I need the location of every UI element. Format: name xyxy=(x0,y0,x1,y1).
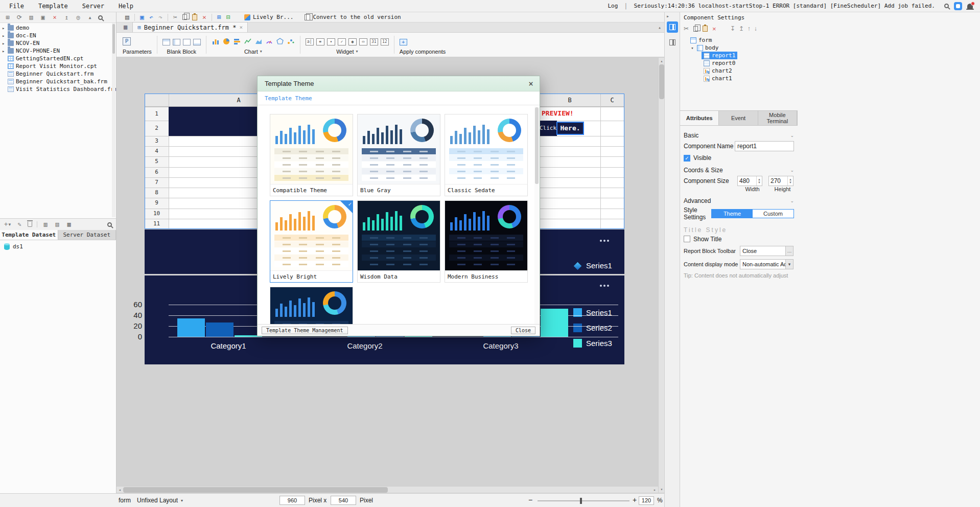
canvas-height-input[interactable]: 540 xyxy=(331,496,356,505)
tree-item[interactable]: ▸doc-EN xyxy=(0,32,116,39)
column-chart-icon[interactable] xyxy=(212,37,220,45)
line-chart-icon[interactable] xyxy=(244,37,252,45)
tab-mobile-terminal[interactable]: Mobile Terminal xyxy=(758,111,797,125)
component-name-input[interactable]: report1 xyxy=(735,141,794,151)
canvas-width-input[interactable]: 960 xyxy=(279,496,305,505)
legend-item[interactable]: Series3 xyxy=(573,339,612,348)
display-mode-dropdown[interactable]: Non-automatic Adj... xyxy=(740,259,786,269)
chart2-tree-node[interactable]: chart2 xyxy=(680,67,980,75)
report1-tree-node[interactable]: report1 xyxy=(680,52,980,59)
cut-icon[interactable]: ✂ xyxy=(684,25,689,32)
tree-item[interactable]: ▸NCOV-PHONE-EN xyxy=(0,47,116,55)
row-header[interactable]: 7 xyxy=(145,177,169,188)
tree-item[interactable]: Beginner Quickstart.frm xyxy=(0,70,116,78)
log-label[interactable]: Log xyxy=(608,3,618,9)
collapse-toolbar-icon[interactable]: ▴ xyxy=(658,25,661,30)
menu-template[interactable]: Template xyxy=(38,3,68,10)
palette-group-chart[interactable]: Chart▾ xyxy=(207,33,299,57)
chevron-down-icon[interactable]: ▾ xyxy=(356,49,358,54)
toolbar-dropdown[interactable]: Close xyxy=(740,246,786,256)
convert-old-version-button[interactable]: Convert to the old version xyxy=(305,14,401,20)
tab-block-icon[interactable] xyxy=(193,39,201,45)
component-settings-icon[interactable] xyxy=(667,21,678,33)
combobox-widget-icon[interactable]: ▾ xyxy=(327,38,335,45)
legend-item[interactable]: Series2 xyxy=(573,324,612,332)
bar-chart-icon[interactable] xyxy=(233,37,241,45)
paste-icon[interactable] xyxy=(192,14,197,20)
chart-bar-series1-1[interactable] xyxy=(177,318,205,337)
theme-card-bluegray[interactable]: Blue Gray xyxy=(357,114,440,196)
scrollbar-thumb[interactable] xyxy=(123,487,388,493)
parameters-icon[interactable]: P xyxy=(123,37,131,45)
textfield-widget-icon[interactable]: a| xyxy=(306,38,314,45)
stepper-arrows-icon[interactable]: ▲▼ xyxy=(787,176,793,186)
search-dataset-icon[interactable] xyxy=(107,222,112,227)
height-value[interactable]: 270 xyxy=(769,176,787,186)
report-block-icon[interactable] xyxy=(162,39,170,45)
column-header[interactable]: B xyxy=(568,94,571,107)
move-top-icon[interactable]: ↥ xyxy=(739,25,744,32)
checkbox-widget-icon[interactable]: ✓ xyxy=(338,38,346,45)
delete-icon[interactable]: × xyxy=(712,25,716,33)
radar-chart-icon[interactable] xyxy=(276,37,284,45)
toolbar-more-button[interactable]: … xyxy=(786,246,794,256)
close-icon[interactable]: × xyxy=(528,80,533,88)
custom-option[interactable]: Custom xyxy=(753,210,794,218)
paste-icon[interactable]: ▣ xyxy=(39,14,46,21)
report0-tree-node[interactable]: report0 xyxy=(680,59,980,67)
column-header[interactable]: A xyxy=(237,94,240,107)
paste-icon[interactable] xyxy=(703,26,708,32)
palette-group-blank-block[interactable]: Blank Block xyxy=(158,33,205,57)
row-header[interactable]: 9 xyxy=(145,198,169,208)
menu-server[interactable]: Server xyxy=(82,3,104,10)
batch-edit-icon[interactable]: ▤ xyxy=(54,221,61,228)
button-widget-icon[interactable]: ▭ xyxy=(359,38,367,45)
toggle-sidebar-icon[interactable]: ▤ xyxy=(123,13,132,21)
row-header[interactable]: 2 xyxy=(145,121,169,136)
tree-item[interactable]: ▸NCOV-EN xyxy=(0,39,116,47)
gauge-chart-icon[interactable] xyxy=(265,37,273,45)
theme-option[interactable]: Theme xyxy=(712,210,753,218)
menu-file[interactable]: File xyxy=(9,3,24,10)
scroll-left-icon[interactable]: ◂ xyxy=(116,487,123,493)
width-value[interactable]: 480 xyxy=(738,176,756,186)
horizontal-scrollbar[interactable]: ◂ ▸ xyxy=(116,486,658,493)
scroll-down-icon[interactable]: ▾ xyxy=(659,486,664,493)
layout-mode-dropdown[interactable]: Unfixed Layout ▾ xyxy=(137,497,183,504)
date-widget-icon[interactable]: 31 xyxy=(370,38,378,45)
section-coords-size[interactable]: Coords & Size ⌄ xyxy=(684,165,794,176)
radio-widget-icon[interactable]: ◉ xyxy=(348,38,357,45)
collapse-icon[interactable]: ▴ xyxy=(86,14,94,21)
scroll-right-icon[interactable]: ▸ xyxy=(651,487,658,493)
dialog-titlebar[interactable]: Template Theme × xyxy=(258,76,540,91)
theme-card-compatible[interactable]: Compatible Theme xyxy=(270,114,353,196)
row-header[interactable]: 4 xyxy=(145,146,169,156)
chevron-down-icon[interactable]: ▾ xyxy=(786,259,794,269)
chevron-down-icon[interactable]: ⌄ xyxy=(790,198,794,203)
chart-bar-series2-1[interactable] xyxy=(206,322,234,337)
connection-icon[interactable]: ▦ xyxy=(65,221,73,228)
tree-item[interactable]: GettingStartedEN.cpt xyxy=(0,55,116,62)
stepper-arrows-icon[interactable]: ▲▼ xyxy=(756,176,762,186)
component-library-icon[interactable] xyxy=(667,37,678,48)
delete-dataset-icon[interactable] xyxy=(28,222,32,227)
move-bottom-icon[interactable]: ↧ xyxy=(730,25,735,32)
chevron-down-icon[interactable]: ▾ xyxy=(260,49,262,54)
notification-bell-icon[interactable] xyxy=(967,4,973,9)
scrollbar-thumb[interactable] xyxy=(659,64,664,99)
theme-card-wisdom[interactable]: Wisdom Data xyxy=(357,200,440,283)
delete-icon[interactable]: × xyxy=(51,14,58,21)
zoom-slider-thumb[interactable] xyxy=(580,498,582,504)
search-template-icon[interactable] xyxy=(98,15,103,20)
palette-group-apply-components[interactable]: + Apply components xyxy=(395,33,450,57)
scrollbar-thumb[interactable] xyxy=(112,24,115,54)
area-chart-icon[interactable] xyxy=(254,37,263,45)
community-icon[interactable] xyxy=(954,2,962,10)
expand-arrow-icon[interactable]: ▾ xyxy=(690,45,695,51)
dataset-item[interactable]: ds1 xyxy=(4,243,112,250)
tree-item[interactable]: Visit Statistics Dashboard.frm xyxy=(0,85,116,93)
redo-icon[interactable]: ↷ xyxy=(156,13,165,21)
scroll-up-icon[interactable]: ▴ xyxy=(659,58,664,64)
dialog-close-button[interactable]: Close xyxy=(511,327,535,334)
column-header[interactable]: C xyxy=(610,94,614,107)
